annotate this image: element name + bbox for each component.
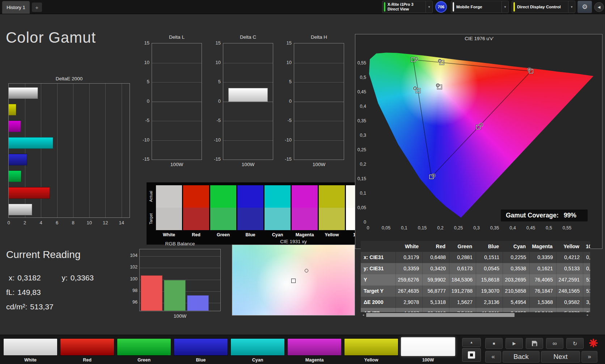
rgb-chart-title: RGB Balance — [139, 241, 221, 246]
rgb-gridline — [140, 256, 220, 257]
rgb-x-label: 100W — [139, 313, 221, 319]
swatch-label: Blue — [237, 232, 263, 237]
color-button-green[interactable]: Green — [117, 335, 171, 364]
delta-gridline — [152, 121, 202, 121]
swatch-actual-yellow — [319, 185, 345, 208]
color-button-label: Magenta — [287, 357, 342, 363]
save-icon — [532, 341, 537, 346]
delta-chart-title: Delta C — [223, 34, 273, 40]
meter-count-badge: 706 — [435, 1, 447, 13]
delta-chart-plot — [223, 43, 273, 160]
rgb-bar-red — [141, 275, 162, 311]
collapse-panel-button[interactable]: ◀ — [594, 2, 604, 12]
table-cell: 76,4065 — [529, 274, 557, 285]
table-cell: 0,9582 — [556, 297, 583, 308]
table-header-100w: 100W — [583, 241, 590, 252]
link-button[interactable]: ∞ — [546, 338, 563, 349]
swatch-target-yellow — [319, 208, 345, 230]
display-control-dropdown[interactable]: Direct Display Control ▼ — [512, 1, 575, 13]
table-header-yellow: Yellow — [556, 241, 583, 252]
refresh-button[interactable]: ↻ — [566, 338, 584, 349]
color-swatch — [60, 338, 114, 356]
deltae-xtick: 6 — [53, 220, 62, 225]
table-row-label: Y — [361, 274, 395, 285]
add-tab-button[interactable]: + — [32, 3, 42, 12]
delta-ytick: 0 — [137, 98, 149, 104]
color-checker-swatches: ActualTargetWhiteRedGreenBlueCyanMagenta… — [147, 182, 375, 245]
settings-button[interactable]: ⚙ — [578, 1, 592, 13]
cie-xtick: 0,3 — [469, 225, 484, 230]
swatch-label: Cyan — [265, 232, 291, 237]
swatch-target-cyan — [265, 208, 291, 230]
stop-button[interactable]: ■ — [485, 338, 503, 349]
delta-xlabel: 100W — [223, 162, 273, 167]
delta-ytick: 0 — [279, 98, 292, 104]
deltae-xtick: 0 — [4, 220, 13, 225]
delta-ytick: -15 — [279, 156, 292, 162]
table-cell: 0,2881 — [449, 252, 476, 263]
delta-ytick: -15 — [208, 156, 221, 162]
scroll-left-arrow[interactable]: ◄ — [361, 313, 366, 317]
delta-gridline — [294, 121, 344, 121]
table-cell: 19,3070 — [476, 285, 503, 297]
color-button-yellow[interactable]: Yellow — [344, 335, 398, 364]
delta-gridline — [223, 82, 273, 82]
reading-fl-value: 149,83 — [17, 288, 41, 296]
color-button-label: Green — [117, 357, 171, 363]
table-scrollbar[interactable]: ◄► — [361, 312, 590, 317]
deltae-x-axis: 02468101214 — [9, 220, 132, 226]
color-button-red[interactable]: Red — [60, 335, 114, 364]
scroll-right-arrow[interactable]: ► — [585, 313, 590, 317]
next-button[interactable]: Next — [541, 351, 580, 363]
color-button-magenta[interactable]: Magenta — [287, 335, 342, 364]
deltae-gridline — [73, 84, 73, 217]
cie-xtick: 0,05 — [379, 225, 393, 230]
swatch-label: White — [156, 232, 182, 237]
deltae-gridline — [122, 84, 122, 217]
color-button-label: Cyan — [230, 357, 285, 363]
link-icon: ∞ — [553, 340, 557, 347]
table-header-cyan: Cyan — [503, 241, 529, 252]
color-button-100w[interactable]: 100W — [401, 335, 455, 364]
coverage-value: 99% — [564, 212, 576, 219]
table-row-label: x: CIE31 — [361, 252, 395, 263]
swatch-row-label: Actual — [147, 185, 155, 208]
swatch-actual-red — [183, 185, 209, 208]
table-cell: 5,1318 — [422, 297, 449, 308]
source-chevron-box: ▼ — [502, 1, 508, 13]
delta-chart-title: Delta H — [294, 34, 344, 40]
deltae-xtick: 10 — [85, 220, 94, 225]
save-button[interactable] — [526, 338, 543, 349]
tab-history-1[interactable]: History 1 — [2, 1, 30, 14]
color-swatch — [344, 338, 398, 356]
delta-ytick: 5 — [208, 79, 221, 84]
delta-ytick: 5 — [279, 79, 292, 84]
swatch-label: Yellow — [319, 232, 345, 237]
source-dropdown[interactable]: Mobile Forge ▼ — [451, 1, 509, 13]
deltae-2000-chart: DeltaE 2000 02468101214 — [4, 76, 139, 230]
delta-gridline — [152, 140, 202, 141]
table-cell: 0,2255 — [503, 252, 530, 263]
back-skip-button[interactable]: « — [485, 351, 501, 363]
back-button[interactable]: Back — [503, 351, 540, 363]
scroll-thumb[interactable] — [366, 313, 515, 317]
table-cell: 15,8618 — [476, 274, 503, 285]
panel-up-button[interactable]: ▲ — [462, 338, 481, 347]
delta-gridline — [294, 63, 344, 63]
color-button-label: Yellow — [344, 357, 398, 363]
color-button-cyan[interactable]: Cyan — [230, 335, 285, 364]
table-row-label: Target Y — [361, 285, 395, 297]
display-panel-button[interactable] — [462, 348, 481, 362]
color-button-blue[interactable]: Blue — [174, 335, 228, 364]
delta-ytick: 10 — [279, 60, 292, 65]
delta-gridline — [223, 140, 273, 141]
play-button[interactable]: ▶ — [505, 338, 523, 349]
table-cell: 210,5858 — [503, 285, 530, 297]
color-button-white[interactable]: White — [3, 335, 58, 364]
delta-chart-plot — [294, 43, 344, 160]
color-swatch — [230, 338, 285, 356]
meter-dropdown[interactable]: X-Rite i1Pro 3 Direct View ▼ — [382, 1, 433, 13]
next-skip-button[interactable]: » — [581, 351, 597, 363]
panel-icon-inner — [470, 354, 473, 356]
reading-x-label: x: — [9, 274, 14, 282]
